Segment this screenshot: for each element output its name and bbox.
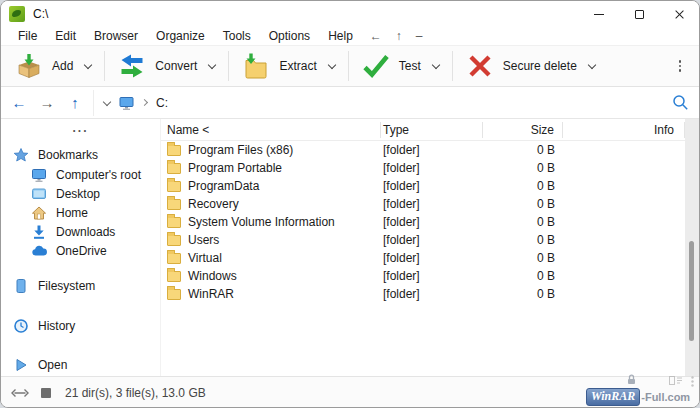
column-header-size[interactable]: Size: [483, 122, 563, 138]
file-size: 0 B: [483, 233, 563, 247]
sidebar-item-desktop[interactable]: Desktop: [1, 184, 160, 203]
home-icon: [31, 205, 47, 221]
menu-collapse-icon[interactable]: –: [410, 29, 429, 43]
address-field[interactable]: C:: [93, 90, 663, 116]
forward-button[interactable]: →: [33, 90, 61, 116]
menu-tools[interactable]: Tools: [214, 29, 260, 43]
resize-handle-icon[interactable]: [11, 387, 29, 399]
add-box-icon: [15, 53, 43, 79]
menu-back-icon[interactable]: ←: [364, 29, 388, 43]
file-type: [folder]: [381, 197, 483, 211]
test-label: Test: [399, 59, 421, 73]
column-header-name[interactable]: Name <: [161, 122, 381, 138]
column-header-info[interactable]: Info: [563, 122, 685, 138]
file-type: [folder]: [381, 161, 483, 175]
sidebar-item-label: Bookmarks: [38, 148, 98, 162]
folder-icon: [167, 181, 181, 192]
table-row[interactable]: Users [folder] 0 B: [161, 231, 685, 249]
file-size: 0 B: [483, 143, 563, 157]
add-label: Add: [52, 59, 73, 73]
convert-dropdown-chevron-icon[interactable]: [208, 60, 216, 68]
window-title: C:\: [33, 7, 48, 21]
menu-help[interactable]: Help: [319, 29, 362, 43]
column-header-type[interactable]: Type: [381, 122, 483, 138]
secure-delete-button[interactable]: Secure delete: [458, 48, 603, 84]
menu-options[interactable]: Options: [260, 29, 319, 43]
status-bar: 21 dir(s), 3 file(s), 13.0 GB WinRAR -Fu…: [1, 376, 699, 408]
close-icon: [674, 9, 685, 20]
scrollbar-thumb[interactable]: [689, 241, 694, 341]
list-view-icon: [669, 376, 683, 385]
sidebar-item-downloads[interactable]: Downloads: [1, 222, 160, 241]
status-stop-icon[interactable]: [41, 388, 51, 398]
folder-icon: [167, 271, 181, 282]
sidebar-item-label: Filesystem: [38, 279, 95, 293]
breadcrumb-path[interactable]: C:: [156, 96, 168, 110]
folder-icon: [167, 163, 181, 174]
toolbar-separator: [348, 51, 349, 81]
sidebar-item-onedrive[interactable]: OneDrive: [1, 241, 160, 260]
table-row[interactable]: Program Portable [folder] 0 B: [161, 159, 685, 177]
file-name: Users: [188, 233, 219, 247]
menu-file[interactable]: File: [9, 29, 46, 43]
title-bar: C:\: [1, 1, 699, 27]
table-row[interactable]: ProgramData [folder] 0 B: [161, 177, 685, 195]
folder-icon: [167, 235, 181, 246]
address-dropdown-chevron-icon[interactable]: [103, 97, 111, 105]
folder-icon: [167, 253, 181, 264]
sidebar-item-open[interactable]: Open: [1, 355, 160, 375]
file-name: WinRAR: [188, 287, 234, 301]
file-rows: Program Files (x86) [folder] 0 B Program…: [161, 141, 685, 376]
menu-browser[interactable]: Browser: [85, 29, 147, 43]
sidebar-more-button[interactable]: ...: [1, 123, 160, 139]
add-button[interactable]: Add: [7, 48, 99, 84]
breadcrumb-chevron-icon: [141, 99, 148, 106]
toolbar: Add Convert Extract: [1, 45, 699, 87]
table-row[interactable]: Windows [folder] 0 B: [161, 267, 685, 285]
maximize-button[interactable]: [619, 1, 659, 27]
sidebar-item-history[interactable]: History: [1, 316, 160, 336]
vertical-scrollbar[interactable]: [685, 119, 699, 376]
file-name: Program Portable: [188, 161, 282, 175]
up-button[interactable]: ↑: [61, 90, 89, 116]
watermark: WinRAR -Full.com: [586, 378, 696, 406]
sidebar-item-home[interactable]: Home: [1, 203, 160, 222]
sidebar-item-label: OneDrive: [56, 244, 107, 258]
table-row[interactable]: System Volume Information [folder] 0 B: [161, 213, 685, 231]
close-button[interactable]: [659, 1, 699, 27]
convert-button[interactable]: Convert: [110, 48, 223, 84]
app-logo-icon: [9, 6, 25, 22]
toolbar-overflow-button[interactable]: [673, 56, 688, 76]
test-dropdown-chevron-icon[interactable]: [432, 60, 440, 68]
watermark-suffix: -Full.com: [641, 391, 690, 403]
menu-up-icon[interactable]: ↑: [390, 29, 408, 43]
search-button[interactable]: [663, 90, 697, 116]
menu-organize[interactable]: Organize: [147, 29, 214, 43]
secure-delete-dropdown-chevron-icon[interactable]: [588, 60, 596, 68]
back-button[interactable]: ←: [5, 90, 33, 116]
cloud-icon: [31, 243, 47, 259]
convert-label: Convert: [155, 59, 197, 73]
monitor-icon: [31, 167, 47, 183]
extract-dropdown-chevron-icon[interactable]: [327, 60, 335, 68]
extract-button[interactable]: Extract: [234, 48, 342, 84]
menu-edit[interactable]: Edit: [46, 29, 85, 43]
sidebar-item-bookmarks[interactable]: Bookmarks: [1, 145, 160, 165]
test-button[interactable]: Test: [354, 48, 447, 84]
sidebar-item-filesystem[interactable]: Filesystem: [1, 276, 160, 296]
sidebar-item-label: Downloads: [56, 225, 115, 239]
file-size: 0 B: [483, 215, 563, 229]
ellipsis-vertical-icon: [691, 376, 694, 387]
table-row[interactable]: Virtual [folder] 0 B: [161, 249, 685, 267]
add-dropdown-chevron-icon[interactable]: [84, 60, 92, 68]
sidebar-item-computers-root[interactable]: Computer's root: [1, 165, 160, 184]
minimize-button[interactable]: [579, 1, 619, 27]
table-row[interactable]: WinRAR [folder] 0 B: [161, 285, 685, 303]
app-window: C:\ File Edit Browser Organize Tools Opt…: [0, 0, 700, 408]
file-size: 0 B: [483, 251, 563, 265]
sidebar-item-label: Desktop: [56, 187, 100, 201]
extract-label: Extract: [279, 59, 316, 73]
maximize-icon: [635, 10, 644, 19]
table-row[interactable]: Program Files (x86) [folder] 0 B: [161, 141, 685, 159]
table-row[interactable]: Recovery [folder] 0 B: [161, 195, 685, 213]
